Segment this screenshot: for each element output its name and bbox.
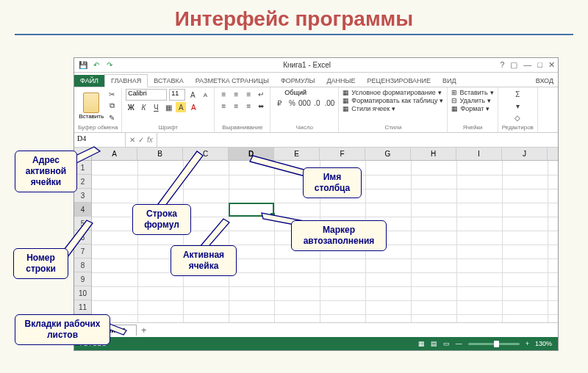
- format-painter-icon[interactable]: ✎: [107, 112, 117, 123]
- inc-decimal-icon[interactable]: .0: [312, 98, 322, 108]
- currency-icon[interactable]: ₽: [274, 98, 284, 108]
- bold-icon[interactable]: Ж: [126, 102, 136, 112]
- file-tab[interactable]: ФАЙЛ: [74, 75, 104, 87]
- signin-link[interactable]: Вход: [531, 75, 558, 87]
- tab-review[interactable]: РЕЦЕНЗИРОВАНИЕ: [362, 75, 437, 87]
- group-alignment: ≡ ≡ ≡ ↵ ≡ ≡ ≡ ⬌ Выравнивание: [215, 87, 270, 132]
- clear-icon[interactable]: ◇: [512, 112, 523, 123]
- cancel-icon[interactable]: ✕: [129, 136, 135, 144]
- formula-bar-buttons: ✕ ✓ fx: [126, 133, 157, 147]
- view-normal-icon[interactable]: ▦: [418, 340, 425, 347]
- add-sheet-button[interactable]: +: [137, 324, 151, 337]
- fill-handle[interactable]: [270, 213, 275, 217]
- align-left-icon[interactable]: ≡: [218, 101, 229, 111]
- status-bar: ГОТОВО ▦ ▤ ▭ — + 130%: [74, 337, 558, 350]
- align-mid-icon[interactable]: ≡: [231, 89, 241, 99]
- minimize-icon[interactable]: —: [523, 60, 531, 70]
- column-header[interactable]: J: [502, 148, 548, 160]
- tab-data[interactable]: ДАННЫЕ: [320, 75, 361, 87]
- active-cell[interactable]: [229, 203, 274, 217]
- enter-icon[interactable]: ✓: [138, 136, 144, 144]
- autosum-icon[interactable]: Σ: [512, 89, 523, 99]
- column-header[interactable]: B: [137, 148, 183, 160]
- redo-icon[interactable]: ↷: [105, 61, 114, 70]
- row-header[interactable]: 7: [74, 245, 91, 258]
- column-header[interactable]: A: [92, 148, 137, 160]
- merge-icon[interactable]: ⬌: [256, 101, 266, 111]
- column-header[interactable]: I: [456, 148, 502, 160]
- undo-icon[interactable]: ↶: [92, 61, 101, 70]
- font-size-select[interactable]: 11: [169, 89, 185, 101]
- close-icon[interactable]: ✕: [548, 60, 555, 70]
- comma-icon[interactable]: 000: [299, 98, 309, 108]
- title-underline: [15, 34, 573, 35]
- ribbon-toggle-icon[interactable]: ▢: [510, 60, 517, 70]
- maximize-icon[interactable]: □: [537, 60, 542, 70]
- row-header-active[interactable]: 4: [74, 203, 91, 217]
- row-header[interactable]: 10: [74, 286, 91, 300]
- zoom-level[interactable]: 130%: [535, 340, 552, 347]
- number-format-select[interactable]: Общий: [284, 89, 324, 96]
- quick-access-toolbar: 💾 ↶ ↷: [74, 61, 118, 70]
- align-center-icon[interactable]: ≡: [231, 101, 241, 111]
- name-box[interactable]: D4: [74, 133, 126, 147]
- callout-sheet-tabs: Вкладки рабочих листов: [15, 314, 110, 345]
- formula-bar-row: D4 ✕ ✓ fx: [74, 133, 558, 148]
- tab-home[interactable]: ГЛАВНАЯ: [104, 74, 148, 87]
- border-icon[interactable]: ▦: [163, 102, 173, 112]
- group-label: Выравнивание: [222, 124, 262, 131]
- paste-icon[interactable]: [83, 93, 99, 113]
- zoom-out-icon[interactable]: —: [456, 340, 462, 347]
- fill-color-icon[interactable]: A: [176, 102, 186, 112]
- delete-cells-button[interactable]: ⊟Удалить▾: [451, 97, 490, 104]
- column-header-active[interactable]: D: [229, 148, 274, 160]
- callout-active-cell: Активная ячейка: [171, 245, 237, 276]
- tab-page-layout[interactable]: РАЗМЕТКА СТРАНИЦЫ: [190, 75, 275, 87]
- cut-icon[interactable]: ✂: [107, 89, 117, 99]
- row-header[interactable]: 5: [74, 217, 91, 231]
- row-header[interactable]: 11: [74, 300, 91, 314]
- save-icon[interactable]: 💾: [79, 61, 87, 70]
- group-editing: Σ ▾ ◇ Редактиров: [498, 87, 538, 132]
- zoom-in-icon[interactable]: +: [526, 340, 529, 347]
- view-page-icon[interactable]: ▤: [431, 340, 437, 347]
- zoom-slider[interactable]: [468, 343, 520, 345]
- font-family-select[interactable]: Calibri: [126, 89, 167, 101]
- fill-icon[interactable]: ▾: [512, 101, 523, 111]
- grow-font-icon[interactable]: A: [187, 90, 198, 100]
- cell-styles-button[interactable]: ▦Стили ячеек▾: [343, 105, 395, 112]
- underline-icon[interactable]: Ч: [151, 102, 161, 112]
- percent-icon[interactable]: %: [287, 98, 297, 108]
- italic-icon[interactable]: К: [138, 102, 148, 112]
- format-as-table-button[interactable]: ▦Форматировать как таблицу▾: [343, 97, 443, 104]
- column-header[interactable]: C: [183, 148, 229, 160]
- tab-formulas[interactable]: ФОРМУЛЫ: [275, 75, 321, 87]
- group-label: Буфер обмена: [78, 124, 118, 131]
- help-icon[interactable]: ?: [500, 60, 504, 70]
- column-header[interactable]: E: [274, 148, 320, 160]
- row-header[interactable]: 3: [74, 189, 91, 203]
- row-header[interactable]: 6: [74, 231, 91, 245]
- column-header[interactable]: H: [411, 148, 456, 160]
- align-top-icon[interactable]: ≡: [218, 89, 229, 99]
- fx-icon[interactable]: fx: [147, 136, 153, 144]
- formula-bar[interactable]: [157, 133, 558, 147]
- row-header[interactable]: 8: [74, 258, 91, 272]
- format-cells-button[interactable]: ▦Формат▾: [451, 105, 490, 112]
- tab-insert[interactable]: ВСТАВКА: [148, 75, 189, 87]
- insert-cells-button[interactable]: ⊞Вставить▾: [451, 89, 493, 96]
- align-bot-icon[interactable]: ≡: [243, 89, 254, 99]
- row-header[interactable]: 9: [74, 272, 91, 286]
- dec-decimal-icon[interactable]: .00: [324, 98, 334, 108]
- tab-view[interactable]: ВИД: [437, 75, 462, 87]
- align-right-icon[interactable]: ≡: [243, 101, 254, 111]
- column-header[interactable]: G: [365, 148, 411, 160]
- copy-icon[interactable]: ⧉: [107, 101, 117, 111]
- conditional-formatting-button[interactable]: ▦Условное форматирование▾: [343, 89, 442, 96]
- shrink-font-icon[interactable]: A: [200, 90, 210, 100]
- column-header[interactable]: F: [320, 148, 365, 160]
- callout-column-name: Имя столбца: [303, 167, 362, 198]
- wrap-icon[interactable]: ↵: [256, 89, 266, 99]
- font-color-icon[interactable]: A: [188, 102, 198, 112]
- view-break-icon[interactable]: ▭: [443, 340, 450, 347]
